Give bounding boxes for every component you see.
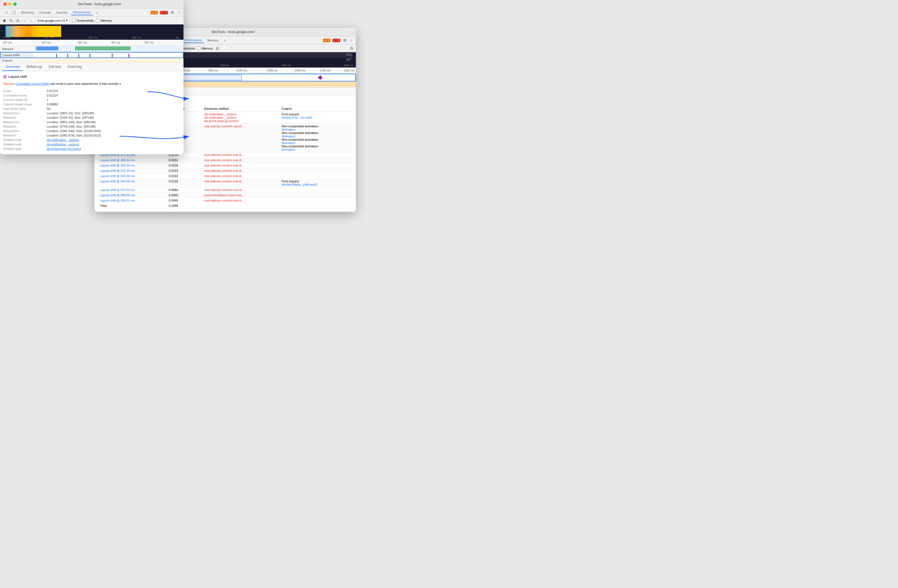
shift-bar-5 — [112, 54, 112, 57]
memory-checkbox-back[interactable]: Memory — [197, 46, 213, 50]
animation-link-2d[interactable]: Animation — [281, 148, 295, 151]
dropdown-arrow-front[interactable]: ▾ — [66, 18, 68, 22]
address-bar-front[interactable]: fonts.google.com #1 ▾ — [35, 18, 70, 23]
tm5-back: 4995 ms — [343, 64, 353, 67]
moved-to-1: Moved to Location: [3794,32], Size: [287… — [3, 115, 180, 120]
screenshots-check-front[interactable] — [72, 18, 75, 22]
minimize-button-front[interactable] — [8, 3, 12, 6]
shift-link-6[interactable]: Layout shift @ 521.16 ms — [100, 169, 135, 172]
shift-bar-2 — [67, 54, 68, 57]
tab-performance-front[interactable]: Performance — [71, 10, 93, 15]
network-icon-back[interactable]: ⊟ — [215, 46, 220, 51]
tab-call-tree-front[interactable]: Call tree — [45, 63, 65, 71]
close-button-front[interactable] — [3, 3, 7, 6]
shift-link-4[interactable]: Layout shift @ 486.54 ms — [100, 159, 135, 162]
cursor-icon-front[interactable]: ⊹ — [5, 10, 9, 15]
shift-link-10[interactable]: Layout shift @ 588.68 ms — [100, 194, 135, 197]
table-row: Layout shift @ 503.26 ms 0.0228 mat-side… — [98, 163, 352, 168]
animation-link-2a[interactable]: Animation — [281, 128, 295, 131]
related-label-1: Related node — [3, 138, 42, 142]
more-icon-back[interactable]: ⋮ — [349, 38, 354, 43]
layout-shifts-track-front[interactable]: Layout shifts — [0, 52, 183, 58]
overview-timeline-front: 37 ms 1997 ms 2997 ms 3997 ms 49... — [0, 25, 183, 40]
shift-link-8[interactable]: Layout shift @ 554.05 ms — [100, 180, 135, 183]
elements-4: mat-sidenav-content.mat-dr... — [202, 158, 280, 163]
elements-10: button#feedback-button.fee... — [202, 192, 280, 198]
tm4-back: 3995 ms — [281, 64, 291, 67]
memory-check-front[interactable] — [96, 18, 100, 22]
score-7: 0.0142 — [166, 174, 202, 179]
moved-from-label-3: Moved from — [3, 129, 42, 132]
fm4: 497 ms — [111, 41, 120, 44]
record-icon-front[interactable]: ⏺ — [2, 18, 7, 23]
culprit-11 — [280, 198, 352, 203]
related-link-3[interactable]: div.gf-full-page.gf-content — [47, 147, 81, 151]
network-content-front — [33, 46, 183, 52]
tab-more-back[interactable]: » — [222, 38, 228, 43]
cluster-id-value: 1 — [47, 98, 48, 102]
elements-7: mat-sidenav-content.mat-dr... — [202, 174, 280, 179]
fm5: 597 ms — [145, 41, 154, 44]
col-elements: Elements shifted — [202, 106, 280, 112]
tab-console-front[interactable]: Console — [37, 10, 53, 15]
related-node-2: Related node div.notification__actions — [3, 142, 180, 146]
settings2-icon-back[interactable]: ⚙ — [349, 46, 354, 51]
animation-link-2c[interactable]: Animation — [281, 141, 295, 145]
screenshots-checkbox-front[interactable]: Screenshots — [72, 18, 94, 22]
shift-link-11[interactable]: Layout shift @ 604.01 ms — [100, 199, 135, 202]
tab-bottom-up-front[interactable]: Bottom-up — [23, 63, 45, 71]
tab-event-log-front[interactable]: Event log — [64, 63, 85, 71]
tab-sources-front[interactable]: Sources — [54, 10, 69, 15]
tab-elements-front[interactable]: Elements — [19, 10, 36, 15]
clear-icon-front[interactable]: ⊘ — [15, 18, 20, 23]
cumulative-label: Cumulative score — [3, 94, 42, 97]
upload-icon-front[interactable]: ↑ — [22, 18, 27, 23]
elements-8: mat-sidenav-content.mat-dr... — [202, 179, 280, 187]
warning-suffix: can result in poor user experiences. It … — [50, 82, 121, 85]
table-row: Layout shift @ 545.09 ms 0.0142 mat-side… — [98, 174, 352, 179]
culprit-3 — [280, 152, 352, 158]
cluster-score-value: 0.09889 — [47, 103, 58, 106]
tab-performance-back[interactable]: Performance — [182, 37, 204, 43]
score-9: 0.0083 — [166, 187, 202, 192]
shift-link-7[interactable]: Layout shift @ 545.09 ms — [100, 174, 135, 178]
cumulative-value: 0.01214 — [47, 94, 58, 97]
shift-bar-4 — [89, 54, 90, 57]
cls-link[interactable]: Cumulative Layout Shifts — [15, 82, 49, 85]
related-node-3: Related node div.gf-full-page.gf-content — [3, 146, 180, 151]
font-link-1[interactable]: t5sJlIQcYNI...IUI.woff2 — [281, 116, 312, 119]
reload-icon-front[interactable]: ↻ — [9, 18, 13, 23]
shift-link-9[interactable]: Layout shift @ 570.53 ms — [100, 188, 135, 192]
tm3-back: 2995 ms — [220, 64, 229, 67]
total-culprit — [280, 203, 352, 208]
tab-summary-front[interactable]: Summary — [2, 63, 23, 71]
tab-more-front[interactable]: » — [94, 10, 100, 15]
shift-link-5[interactable]: Layout shift @ 503.26 ms — [100, 164, 135, 167]
culprit-9 — [280, 187, 352, 192]
elements-3: mat-sidenav-content.mat-dr... — [202, 152, 280, 158]
score-10: 0.0000 — [166, 192, 202, 198]
download-icon-front[interactable]: ↓ — [29, 18, 33, 23]
animation-link-2b[interactable]: Animation — [281, 135, 295, 138]
device-icon-front[interactable]: ⬜ — [11, 10, 15, 15]
related-label-3: Related node — [3, 147, 42, 151]
tab-memory-back[interactable]: Memory — [205, 38, 221, 43]
related-link-1[interactable]: div.notification__actions — [47, 138, 79, 142]
layout-shifts-content-front — [34, 52, 183, 57]
related-link-2[interactable]: div.notification__actions — [47, 143, 79, 146]
shift-bar-1 — [56, 54, 57, 57]
maximize-button-front[interactable] — [13, 3, 17, 6]
memory-checkbox-front[interactable]: Memory — [96, 18, 112, 22]
settings-icon-front[interactable]: ⚙ — [170, 10, 175, 15]
summary-content-front: Layout shift Warning Cumulative Layout S… — [0, 71, 183, 154]
bm5-back: 995 ms — [209, 69, 218, 72]
settings-icon-back[interactable]: ⚙ — [343, 38, 347, 43]
culprit-4 — [280, 158, 352, 163]
recent-input-label: Had recent input — [3, 107, 42, 110]
memory-check-back[interactable] — [197, 46, 201, 50]
font-link-8[interactable]: HhzMU5Ak9u...p9M.woff2 — [281, 183, 317, 186]
more-icon-front[interactable]: ⋮ — [177, 10, 181, 15]
moved-from-2: Moved from Location: [3801,194], Size: [… — [3, 120, 180, 124]
moved-to-value-1: Location: [3794,32], Size: [287x96] — [47, 116, 94, 119]
score-4: 0.0251 — [166, 158, 202, 163]
